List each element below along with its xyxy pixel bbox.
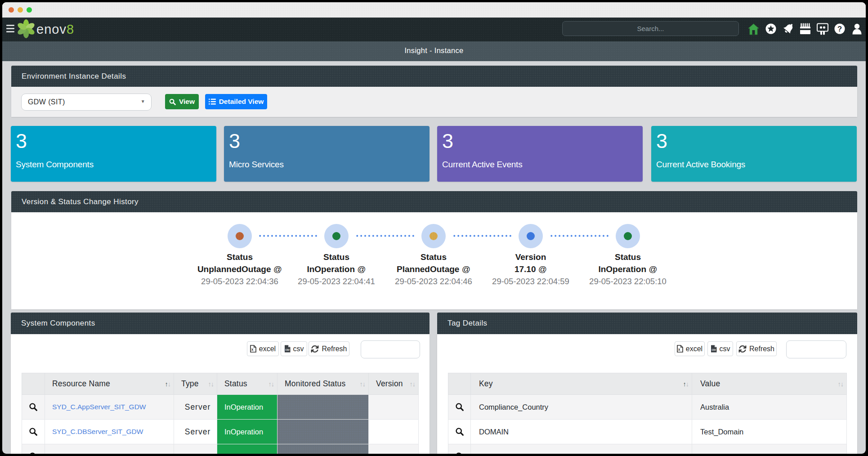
svg-text:CSV: CSV — [711, 349, 716, 351]
svg-text:CSV: CSV — [285, 349, 290, 351]
svg-text:?: ? — [837, 25, 842, 33]
svg-text:x: x — [251, 347, 254, 352]
svg-text:x: x — [678, 347, 680, 352]
